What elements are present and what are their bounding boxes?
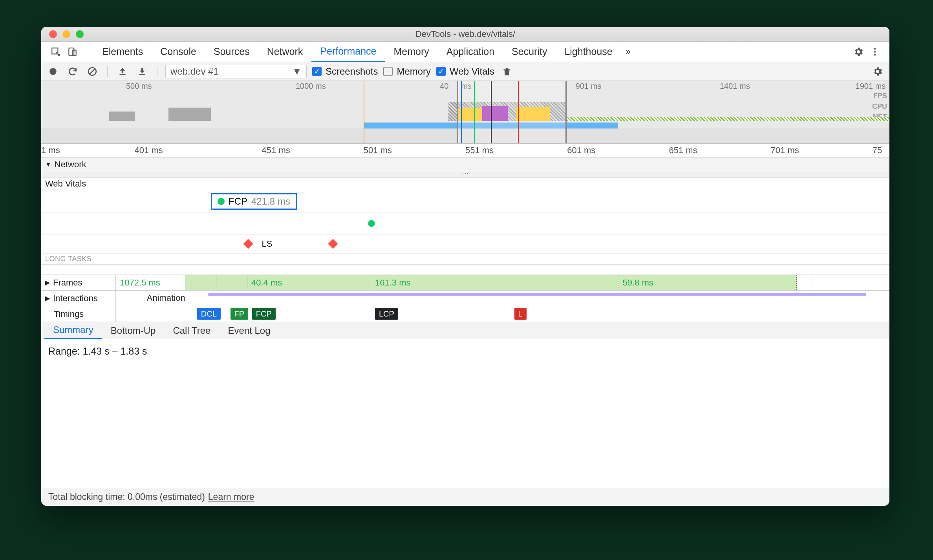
frame-segment[interactable]: 40.4 ms [247,275,371,290]
disclosure-triangle-icon: ▶ [45,279,50,286]
interactions-track: ▶ Interactions Animation [41,291,889,306]
panel-tabs: Elements Console Sources Network Perform… [41,42,889,62]
tab-application[interactable]: Application [438,42,503,62]
titlebar: DevTools - web.dev/vitals/ [41,27,889,42]
ruler-tick: 75 [873,145,882,156]
checkbox-on-icon: ✓ [312,67,322,76]
screenshots-checkbox[interactable]: ✓ Screenshots [312,66,378,77]
tab-network[interactable]: Network [258,42,312,62]
overview-selection-handles[interactable] [457,81,567,143]
tab-lighthouse[interactable]: Lighthouse [556,42,621,62]
tab-memory[interactable]: Memory [385,42,437,62]
ruler-tick: 701 ms [771,145,799,156]
checkbox-off-icon [383,67,393,76]
overview-tick: 1901 ms [856,82,886,91]
timings-track-body[interactable]: DCLFPFCPLCPL [116,306,889,322]
svg-rect-1 [69,48,74,56]
frame-segment[interactable]: 59.8 ms [619,275,797,290]
inspect-element-icon[interactable] [48,44,64,60]
timeline-overview[interactable]: 500 ms1000 ms40ms901 ms1401 ms1901 ms FP… [41,81,889,144]
load-profile-button[interactable] [115,64,130,79]
frame-segment[interactable] [216,275,247,290]
details-tabs: Summary Bottom-Up Call Tree Event Log [41,322,889,339]
long-tasks-lane[interactable] [41,265,889,275]
ruler-tick: 451 ms [262,145,290,156]
overview-marker [491,81,492,143]
save-profile-button[interactable] [135,64,149,79]
overview-tick: 40 [440,82,448,91]
frame-segment[interactable] [797,275,812,290]
frames-track-body[interactable]: 1072.5 ms40.4 ms161.3 ms59.8 ms [116,275,889,290]
capture-settings-icon[interactable] [871,64,885,79]
time-ruler[interactable]: 1 ms401 ms451 ms501 ms551 ms601 ms651 ms… [41,144,889,158]
delete-profile-button[interactable] [500,64,514,79]
devtools-window: DevTools - web.dev/vitals/ Elements Cons… [41,27,889,506]
svg-rect-9 [139,74,145,75]
tab-performance[interactable]: Performance [311,42,385,62]
tbt-text: Total blocking time: 0.00ms (estimated) [48,492,205,502]
frame-segment[interactable]: 1072.5 ms [116,275,185,290]
good-marker-icon [368,220,375,227]
tab-sources[interactable]: Sources [205,42,258,62]
web-vitals-header: Web Vitals [41,178,889,190]
overview-marker [518,81,519,143]
fcp-tooltip: FCP 421.8 ms [211,193,297,210]
reload-record-button[interactable] [66,64,80,79]
svg-point-5 [874,54,876,55]
tab-console[interactable]: Console [152,42,205,62]
timing-badge-lcp[interactable]: LCP [375,308,398,320]
timing-badge-l[interactable]: L [514,308,527,320]
interactions-track-body[interactable]: Animation [116,291,889,306]
range-text: Range: 1.43 s – 1.83 s [48,346,882,357]
overview-tick: 1000 ms [296,82,326,91]
summary-panel: Range: 1.43 s – 1.83 s [41,339,889,488]
tab-elements[interactable]: Elements [93,42,152,62]
good-marker-icon [218,198,225,205]
memory-checkbox[interactable]: Memory [383,66,431,77]
resize-handle[interactable]: ⋯ [41,171,889,178]
learn-more-link[interactable]: Learn more [208,492,254,502]
clear-button[interactable] [85,64,99,79]
tab-security[interactable]: Security [503,42,556,62]
frames-track-header[interactable]: ▶ Frames [41,275,116,290]
ruler-tick: 551 ms [465,145,494,156]
performance-toolbar: web.dev #1 ▼ ✓ Screenshots Memory ✓ Web … [41,62,889,81]
timing-badge-dcl[interactable]: DCL [197,308,221,320]
more-vertical-icon[interactable] [867,44,883,60]
profile-selector[interactable]: web.dev #1 ▼ [165,64,307,79]
overview-marker [461,81,462,143]
frames-track: ▶ Frames 1072.5 ms40.4 ms161.3 ms59.8 ms [41,275,889,291]
details-tab-event-log[interactable]: Event Log [219,322,279,339]
animation-bar[interactable] [209,293,866,296]
overview-tick: 500 ms [126,82,152,91]
record-button[interactable] [46,64,60,79]
web-vitals-lane-2[interactable] [41,213,889,235]
timings-track-header[interactable]: Timings [41,306,116,322]
separator [87,46,87,58]
ruler-tick: 601 ms [567,145,595,156]
ls-label: LS [262,239,273,249]
timing-badge-fcp[interactable]: FCP [252,308,276,320]
settings-icon[interactable] [850,44,867,60]
details-tab-call-tree[interactable]: Call Tree [164,322,219,339]
more-tabs-button[interactable]: » [621,47,635,57]
details-tab-bottom-up[interactable]: Bottom-Up [102,322,165,339]
ruler-tick: 501 ms [364,145,392,156]
web-vitals-lane-fcp[interactable]: FCP 421.8 ms [41,190,889,213]
layout-shift-marker-icon [243,239,253,249]
interactions-track-header[interactable]: ▶ Interactions [41,291,116,306]
web-vitals-checkbox[interactable]: ✓ Web Vitals [436,66,494,77]
device-toolbar-icon[interactable] [64,44,80,60]
details-tab-summary[interactable]: Summary [44,322,102,339]
timing-badge-fp[interactable]: FP [231,308,249,320]
ruler-tick: 651 ms [669,145,697,156]
dropdown-chevron-icon: ▼ [292,66,302,77]
frame-segment[interactable]: 161.3 ms [371,275,618,290]
frame-segment[interactable] [185,275,216,290]
web-vitals-lane-ls[interactable]: LS [41,235,889,254]
svg-point-3 [874,48,876,49]
svg-point-4 [874,51,876,52]
profile-name: web.dev #1 [170,66,219,77]
window-title: DevTools - web.dev/vitals/ [41,29,889,39]
disclosure-triangle-icon: ▶ [45,295,50,302]
